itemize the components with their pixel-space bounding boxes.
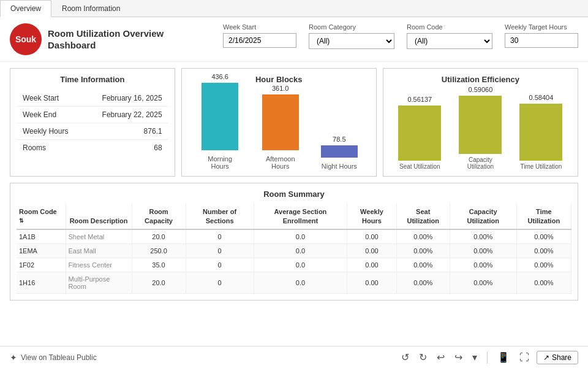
cell-weekly-hours: 0.00 — [347, 229, 396, 244]
table-row: 1EMA East Mall 250.0 0 0.0 0.00 0.00% 0.… — [17, 243, 571, 258]
room-summary-table: Room Code ⇅ Room Description Room Capaci… — [17, 204, 571, 294]
tableau-icon: ✦ — [10, 353, 17, 362]
time-util-group: 0.58404 Time Utilization — [516, 94, 565, 170]
weekly-target-filter: Weekly Target Hours — [505, 23, 578, 48]
cell-cap-util: 0.00% — [450, 229, 516, 244]
room-category-select[interactable]: (All) — [309, 33, 394, 49]
cell-weekly-hours: 0.00 — [347, 258, 396, 272]
redo-button[interactable]: ↻ — [417, 350, 429, 364]
logo: Souk — [10, 23, 42, 55]
cell-description: Sheet Metal — [66, 229, 132, 244]
logo-text: Souk — [15, 34, 36, 44]
morning-bar-group: 436.6 Morning Hours — [200, 73, 240, 170]
table-row: 1H16 Multi-Purpose Room 20.0 0 0.0 0.00 … — [17, 272, 571, 293]
cell-description: Multi-Purpose Room — [66, 272, 132, 293]
bar-chart: 436.6 Morning Hours 361.0 Afternoon Hour… — [188, 90, 370, 170]
cell-code: 1F02 — [17, 258, 66, 272]
divider — [487, 351, 488, 364]
week-start-filter: Week Start — [223, 23, 296, 48]
col-room-code[interactable]: Room Code ⇅ — [17, 204, 66, 229]
col-room-description[interactable]: Room Description — [66, 204, 132, 229]
tab-overview[interactable]: Overview — [0, 0, 51, 17]
cell-avg-enrollment: 0.0 — [254, 258, 347, 272]
table-header-row: Room Code ⇅ Room Description Room Capaci… — [17, 204, 571, 229]
utilization-title: Utilization Efficiency — [390, 75, 571, 84]
sort-icon-code: ⇅ — [19, 218, 24, 224]
cell-capacity: 250.0 — [132, 243, 186, 258]
col-seat-util[interactable]: Seat Utilization — [396, 204, 450, 229]
tableau-link[interactable]: View on Tableau Public — [21, 353, 97, 362]
morning-bar — [202, 83, 238, 150]
forward-button[interactable]: ↪ — [452, 350, 465, 364]
col-avg-enrollment[interactable]: Average Section Enrollment — [254, 204, 347, 229]
morning-value: 436.6 — [211, 73, 228, 80]
cell-sections: 0 — [186, 272, 254, 293]
cell-description: Fitness Center — [66, 258, 132, 272]
table-row: 1F02 Fitness Center 35.0 0 0.0 0.00 0.00… — [17, 258, 571, 272]
capacity-util-label: Capacity Utilization — [456, 156, 505, 170]
device-button[interactable]: 📱 — [495, 350, 512, 364]
time-info-week-end: Week End February 22, 2025 — [17, 107, 168, 123]
cell-capacity: 20.0 — [132, 272, 186, 293]
room-category-filter: Room Category (All) — [309, 23, 394, 49]
cell-time-util: 0.00% — [516, 243, 571, 258]
dashboard-title: Room Utilization Overview Dashboard — [48, 28, 192, 52]
tab-room-information[interactable]: Room Information — [51, 0, 130, 17]
cell-description: East Mall — [66, 243, 132, 258]
share-button[interactable]: ↗ Share — [537, 351, 578, 364]
undo-button[interactable]: ↺ — [399, 350, 412, 364]
cell-seat-util: 0.00% — [396, 229, 450, 244]
room-summary-title: Room Summary — [17, 190, 571, 199]
room-code-label: Room Code — [407, 23, 492, 31]
afternoon-value: 361.0 — [272, 85, 289, 92]
seat-util-value: 0.56137 — [407, 96, 432, 103]
cell-avg-enrollment: 0.0 — [254, 272, 347, 293]
rooms-value-card: 68 — [154, 144, 162, 152]
afternoon-bar — [262, 94, 299, 150]
week-start-input[interactable] — [223, 33, 296, 48]
cell-time-util: 0.00% — [516, 229, 571, 244]
back-button[interactable]: ↩ — [434, 350, 447, 364]
week-end-label-card: Week End — [23, 110, 56, 119]
week-start-label: Week Start — [223, 23, 296, 31]
col-room-capacity[interactable]: Room Capacity — [132, 204, 186, 229]
weekly-hours-label-card: Weekly Hours — [23, 127, 68, 136]
cell-sections: 0 — [186, 229, 254, 244]
cell-avg-enrollment: 0.0 — [254, 229, 347, 244]
cell-time-util: 0.00% — [516, 272, 571, 293]
time-util-label: Time Utilization — [516, 163, 565, 170]
cell-capacity: 35.0 — [132, 258, 186, 272]
share-icon: ↗ — [543, 353, 549, 362]
util-bars: 0.56137 Seat Utilization 0.59060 Capacit… — [390, 90, 571, 170]
cell-sections: 0 — [186, 243, 254, 258]
fullscreen-button[interactable]: ⛶ — [517, 351, 532, 364]
morning-label: Morning Hours — [200, 155, 240, 170]
seat-util-group: 0.56137 Seat Utilization — [395, 96, 444, 170]
time-info-title: Time Information — [17, 75, 168, 84]
time-util-bar — [519, 104, 562, 161]
col-time-util[interactable]: Time Utilization — [516, 204, 571, 229]
cell-weekly-hours: 0.00 — [347, 272, 396, 293]
cell-cap-util: 0.00% — [450, 243, 516, 258]
main-content: Time Information Week Start February 16,… — [0, 62, 588, 307]
room-code-select[interactable]: (All) — [407, 33, 492, 49]
bottom-controls: ↺ ↻ ↩ ↪ ▾ 📱 ⛶ ↗ Share — [399, 350, 578, 364]
night-bar-group: 78.5 Night Hours — [321, 136, 358, 170]
cell-code: 1H16 — [17, 272, 66, 293]
col-num-sections[interactable]: Number of Sections — [186, 204, 254, 229]
cell-seat-util: 0.00% — [396, 258, 450, 272]
room-code-filter: Room Code (All) — [407, 23, 492, 49]
filters: Week Start Room Category (All) Room Code… — [223, 23, 578, 49]
capacity-util-group: 0.59060 Capacity Utilization — [456, 86, 505, 170]
logo-area: Souk Room Utilization Overview Dashboard — [10, 23, 192, 55]
weekly-target-input[interactable] — [505, 33, 578, 48]
room-table-body: 1A1B Sheet Metal 20.0 0 0.0 0.00 0.00% 0… — [17, 229, 571, 294]
dropdown-button[interactable]: ▾ — [470, 350, 480, 364]
room-category-label: Room Category — [309, 23, 394, 31]
col-capacity-util[interactable]: Capacity Utilization — [450, 204, 516, 229]
rooms-label-card: Rooms — [23, 144, 46, 152]
col-weekly-hours[interactable]: Weekly Hours — [347, 204, 396, 229]
week-start-label-card: Week Start — [23, 94, 59, 102]
utilization-card: Utilization Efficiency 0.56137 Seat Util… — [383, 68, 578, 177]
cell-code: 1EMA — [17, 243, 66, 258]
